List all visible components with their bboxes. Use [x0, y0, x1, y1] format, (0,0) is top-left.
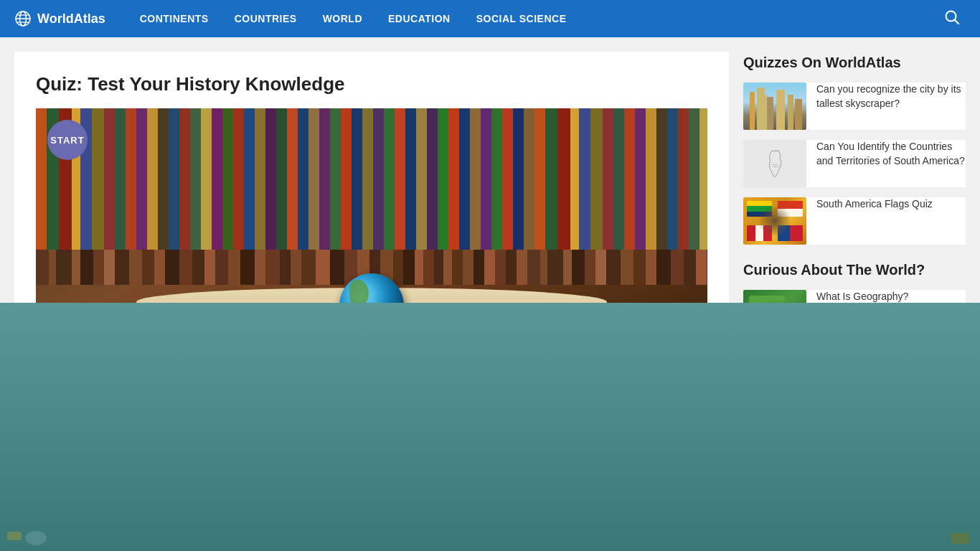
start-badge: START — [47, 120, 88, 160]
curious-section: Curious About The World? What Is Geograp… — [743, 262, 966, 452]
svg-text:AMERICA: AMERICA — [772, 166, 779, 168]
quiz-label-southamerica: Can You Identify the Countries and Terri… — [816, 140, 966, 187]
flags-image — [743, 197, 806, 245]
site-logo[interactable]: WorldAtlas — [14, 10, 105, 27]
page-wrapper: Quiz: Test Your History Knowledge START … — [0, 37, 980, 550]
nav-education[interactable]: EDUCATION — [375, 0, 463, 37]
globe-icon — [14, 10, 32, 27]
skyscraper-image — [743, 83, 806, 130]
logo-text: WorldAtlas — [37, 11, 105, 27]
quiz-label-flags: South America Flags Quiz — [816, 197, 933, 245]
svg-line-6 — [955, 19, 958, 23]
quiz-item-flags[interactable]: South America Flags Quiz — [743, 197, 966, 245]
quiz-thumb-southamerica: SOUTH AMERICA — [743, 140, 806, 187]
curious-section-title: Curious About The World? — [743, 262, 966, 278]
quiz-item-skyscraper[interactable]: Can you recognize the city by its talles… — [743, 83, 966, 130]
quiz-item-southamerica[interactable]: SOUTH AMERICA Can You Identify the Count… — [743, 140, 966, 187]
nav-links: CONTINENTS COUNTRIES WORLD EDUCATION SOC… — [127, 0, 938, 37]
nav-continents[interactable]: CONTINENTS — [127, 0, 222, 37]
curious-item-tidepool[interactable]: What Is a Tide Pool? — [743, 405, 966, 452]
nav-countries[interactable]: COUNTRIES — [222, 0, 310, 37]
svg-text:SOUTH: SOUTH — [772, 164, 777, 165]
sidebar: Quizzes On WorldAtlas Can you recognize … — [743, 52, 966, 535]
nav-social-science[interactable]: SOCIAL SCIENCE — [463, 0, 580, 37]
tidepool-image — [743, 405, 806, 452]
search-icon[interactable] — [938, 9, 966, 29]
south-america-svg: SOUTH AMERICA — [756, 149, 794, 178]
quizzes-section-title: Quizzes On WorldAtlas — [743, 55, 966, 71]
quiz-label-skyscraper: Can you recognize the city by its talles… — [816, 83, 966, 130]
curious-thumb-tidepool — [743, 405, 806, 452]
navbar: WorldAtlas CONTINENTS COUNTRIES WORLD ED… — [0, 0, 980, 37]
southamerica-image: SOUTH AMERICA — [743, 140, 806, 187]
quiz-thumb-flags — [743, 197, 806, 245]
page-title: Quiz: Test Your History Knowledge — [36, 73, 707, 95]
nav-world[interactable]: WORLD — [310, 0, 375, 37]
quizzes-section: Quizzes On WorldAtlas Can you recognize … — [743, 55, 966, 245]
quiz-thumb-skyscraper — [743, 83, 806, 130]
